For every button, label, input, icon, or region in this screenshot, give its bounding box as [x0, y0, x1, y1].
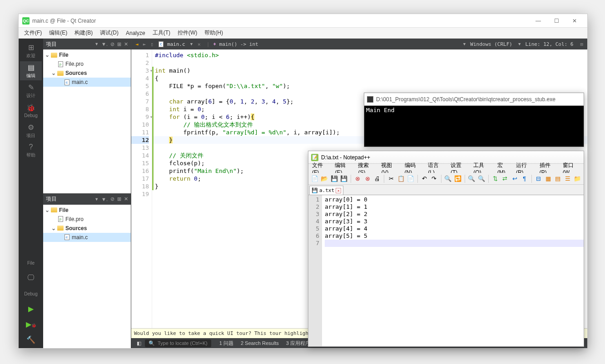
tree-row[interactable]: ⌄File — [43, 206, 131, 215]
tree-row[interactable]: pFile.pro — [43, 59, 131, 69]
kit-debug-label[interactable]: Debug — [20, 286, 42, 301]
function-indicator[interactable]: ♦ main() -> int — [213, 41, 258, 47]
tree-row[interactable]: ⌄Sources — [43, 224, 131, 233]
close-button[interactable]: ✕ — [565, 15, 584, 27]
project-tree-top: ⌄FilepFile.pro⌄Sourcescmain.c — [43, 49, 131, 88]
menu-item[interactable]: 帮助(H) — [201, 28, 227, 38]
fold-icon[interactable]: ▦ — [544, 174, 552, 183]
copy-icon[interactable]: 📋 — [397, 174, 405, 183]
open-file-icon[interactable]: 📂 — [320, 174, 328, 183]
sync-h-icon[interactable]: ⇄ — [501, 174, 509, 183]
build-button[interactable]: 🔨 — [20, 333, 42, 347]
wrap-icon[interactable]: ↩ — [511, 174, 519, 183]
locator-input[interactable]: 🔍 Type to locate (Ctrl+K) — [145, 339, 211, 347]
mode-edit[interactable]: ▤编辑 — [20, 61, 42, 80]
menu-item[interactable]: 文件(F) — [20, 28, 45, 38]
debug-run-button[interactable]: ▶🐞 — [20, 317, 42, 332]
panel-header-bottom: 项目▼ ▼. ⊘ ⊞ ✕ — [43, 194, 131, 205]
tree-row[interactable]: pFile.pro — [43, 215, 131, 224]
link-icon-2[interactable]: ⊘ — [110, 196, 114, 202]
minimize-button[interactable]: — — [529, 15, 547, 27]
undo-icon[interactable]: ↶ — [420, 174, 429, 183]
paste-icon[interactable]: 📄 — [406, 174, 415, 183]
mode-debug[interactable]: 🐞Debug — [20, 101, 42, 120]
redo-icon[interactable]: ↷ — [430, 174, 438, 183]
close-panel-icon[interactable]: ✕ — [124, 41, 128, 47]
mode-design[interactable]: ✎设计 — [20, 81, 42, 100]
output-tab[interactable]: 2 Search Results — [237, 340, 283, 346]
save-all-icon[interactable]: 💾 — [339, 174, 348, 183]
tree-row[interactable]: cmain.c — [43, 233, 131, 242]
split-icon[interactable]: ⊞ — [578, 41, 585, 47]
tree-row[interactable]: ⌄File — [43, 50, 131, 59]
zoom-out-icon[interactable]: 🔍 — [477, 174, 486, 183]
kit-file[interactable]: File — [20, 256, 42, 270]
mode-projects[interactable]: ⚙项目 — [20, 121, 42, 140]
npp-tabbar: 💾 a.txt ✕ — [308, 185, 584, 195]
zoom-in-icon[interactable]: 🔍 — [467, 174, 476, 183]
folder-panel-icon[interactable]: 📁 — [573, 174, 581, 183]
encoding-indicator[interactable]: Windows (CRLF) — [466, 41, 517, 47]
close-all-icon[interactable]: ⊗ — [363, 174, 372, 183]
nav-fwd-icon[interactable]: ► — [141, 41, 149, 47]
find-icon[interactable]: 🔍 — [444, 174, 452, 183]
console-window[interactable]: D:\001_Programs\012_Qt\Tools\QtCreator\b… — [364, 93, 584, 147]
print-icon[interactable]: 🖨 — [373, 174, 382, 183]
run-button[interactable]: ▶ — [20, 302, 42, 316]
menu-item[interactable]: 构建(B) — [71, 28, 96, 38]
notepadpp-window[interactable]: 📝 D:\a.txt - Notepad++ 文件(F)编辑(E)搜索(S)视图… — [308, 151, 584, 347]
qt-logo-icon: QC — [22, 17, 30, 25]
indent-guide-icon[interactable]: ⊟ — [534, 174, 542, 183]
sync-v-icon[interactable]: ⇅ — [491, 174, 500, 183]
doc-tab[interactable]: c main.c ▼ — [156, 41, 195, 47]
tab-close-icon[interactable]: ✕ — [336, 188, 341, 193]
doc-close-icon[interactable]: ✕ — [195, 41, 203, 47]
kit-monitor[interactable]: 🖵 — [20, 271, 42, 285]
menu-item[interactable]: 控件(W) — [174, 28, 201, 38]
tree-row[interactable]: cmain.c — [43, 78, 131, 87]
add-panel-icon[interactable]: ⊞ — [117, 41, 121, 47]
add-panel-icon-2[interactable]: ⊞ — [117, 196, 121, 202]
close-doc-icon[interactable]: ⊗ — [353, 174, 362, 183]
npp-code[interactable]: array[0] = 0array[1] = 1array[2] = 2arra… — [322, 195, 584, 346]
console-icon — [367, 96, 373, 103]
bookmark-icon[interactable]: ▯ — [148, 41, 156, 47]
func-list-icon[interactable]: ☰ — [563, 174, 572, 183]
qt-titlebar[interactable]: QC main.c @ File - Qt Creator — ☐ ✕ — [19, 14, 587, 28]
console-output[interactable]: Main End — [364, 106, 584, 114]
doc-map-icon[interactable]: ▤ — [553, 174, 562, 183]
panel-title-2: 项目 — [46, 195, 93, 203]
save-icon[interactable]: 💾 — [330, 174, 338, 183]
replace-icon[interactable]: 🔁 — [453, 174, 462, 183]
line-gutter[interactable]: 123▾456789▾10111213141516171819 — [131, 49, 152, 328]
npp-editor[interactable]: 1234567 array[0] = 0array[1] = 1array[2]… — [308, 195, 584, 346]
console-title-text: D:\001_Programs\012_Qt\Tools\QtCreator\b… — [376, 96, 555, 103]
output-tab[interactable]: 1 问题 — [216, 340, 237, 346]
link-icon[interactable]: ⊘ — [110, 41, 114, 47]
maximize-button[interactable]: ☐ — [547, 15, 565, 27]
menu-item[interactable]: Analyze — [122, 29, 149, 38]
mode-welcome[interactable]: ⊞欢迎 — [20, 41, 42, 60]
console-titlebar[interactable]: D:\001_Programs\012_Qt\Tools\QtCreator\b… — [364, 93, 584, 106]
tree-row[interactable]: ⌄Sources — [43, 69, 131, 78]
sidebar-toggle-icon[interactable]: ◧ — [133, 340, 145, 346]
filter-icon-2[interactable]: ▼. — [101, 197, 108, 202]
mode-bar: ⊞欢迎 ▤编辑 ✎设计 🐞Debug ⚙项目 ?帮助 File 🖵 Debug … — [19, 39, 43, 348]
kit-file-label: File — [27, 261, 35, 266]
sidebar: 项目▼ ▼. ⊘ ⊞ ✕ ⌄FilepFile.pro⌄Sourcescmain… — [43, 39, 131, 348]
npp-tab-active[interactable]: 💾 a.txt ✕ — [309, 186, 343, 195]
nav-back-icon[interactable]: ◄ — [133, 41, 141, 47]
mode-help[interactable]: ?帮助 — [20, 141, 42, 160]
close-panel-icon-2[interactable]: ✕ — [124, 196, 128, 202]
cut-icon[interactable]: ✂ — [387, 174, 395, 183]
mode-debug-label: Debug — [24, 113, 37, 118]
window-title: main.c @ File - Qt Creator — [32, 18, 529, 24]
menu-item[interactable]: 编辑(E) — [45, 28, 71, 38]
new-file-icon[interactable]: 📄 — [310, 174, 319, 183]
menu-item[interactable]: 工具(T) — [149, 28, 174, 38]
cursor-position[interactable]: Line: 12, Col: 6 — [521, 41, 578, 47]
para-icon[interactable]: ¶ — [520, 174, 529, 183]
menu-item[interactable]: 调试(D) — [96, 28, 122, 38]
doc-name: main.c — [167, 41, 185, 47]
filter-icon[interactable]: ▼. — [101, 41, 108, 47]
